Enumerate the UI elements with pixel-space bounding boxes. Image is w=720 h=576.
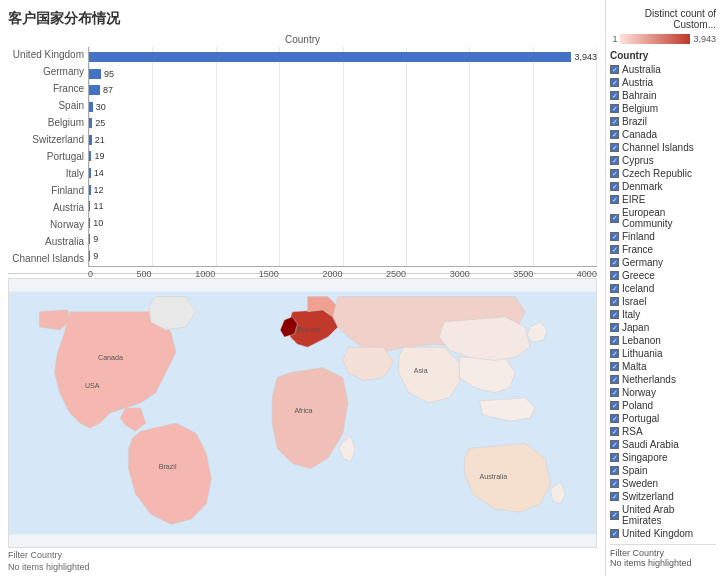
country-list-item[interactable]: Unspecified [610,540,716,542]
country-list-item[interactable]: Lebanon [610,334,716,347]
country-list-item[interactable]: EIRE [610,193,716,206]
country-list-item[interactable]: Austria [610,76,716,89]
country-checkbox[interactable] [610,169,619,178]
country-list-item[interactable]: Spain [610,464,716,477]
bar-row[interactable]: 9 [89,232,597,246]
bar-row[interactable]: 30 [89,100,597,114]
country-checkbox[interactable] [610,401,619,410]
country-label: Spain [622,465,648,476]
country-label: Italy [622,309,640,320]
y-label: Channel Islands [12,254,84,264]
country-label: Bahrain [622,90,656,101]
country-list-item[interactable]: Australia [610,63,716,76]
bar-row[interactable]: 21 [89,133,597,147]
country-list-item[interactable]: Czech Republic [610,167,716,180]
country-checkbox[interactable] [610,284,619,293]
bar-row[interactable]: 9 [89,249,597,263]
country-checkbox[interactable] [610,529,619,538]
country-checkbox[interactable] [610,362,619,371]
country-list-item[interactable]: Saudi Arabia [610,438,716,451]
country-checkbox[interactable] [610,440,619,449]
country-list-item[interactable]: United Kingdom [610,527,716,540]
country-list-item[interactable]: Poland [610,399,716,412]
country-label: Saudi Arabia [622,439,679,450]
bar-fill [89,218,90,228]
country-checkbox[interactable] [610,130,619,139]
country-list-item[interactable]: RSA [610,425,716,438]
country-checkbox[interactable] [610,453,619,462]
country-checkbox[interactable] [610,258,619,267]
country-list-item[interactable]: Cyprus [610,154,716,167]
country-checkbox[interactable] [610,65,619,74]
country-checkbox[interactable] [610,104,619,113]
country-list-item[interactable]: Denmark [610,180,716,193]
country-checkbox[interactable] [610,78,619,87]
country-checkbox[interactable] [610,323,619,332]
bar-row[interactable]: 25 [89,116,597,130]
country-checkbox[interactable] [610,143,619,152]
country-checkbox[interactable] [610,466,619,475]
country-checkbox[interactable] [610,245,619,254]
bar-row[interactable]: 87 [89,83,597,97]
country-checkbox[interactable] [610,479,619,488]
bar-row[interactable]: 10 [89,216,597,230]
country-list-item[interactable]: United Arab Emirates [610,503,716,527]
country-checkbox[interactable] [610,232,619,241]
country-checkbox[interactable] [610,388,619,397]
country-list-item[interactable]: Brazil [610,115,716,128]
country-checkbox[interactable] [610,336,619,345]
country-list-item[interactable]: Lithuania [610,347,716,360]
country-checkbox[interactable] [610,414,619,423]
bar-row[interactable]: 3,943 [89,50,597,64]
country-label: United Kingdom [622,528,693,539]
bar-row[interactable]: 14 [89,166,597,180]
country-list-item[interactable]: Malta [610,360,716,373]
bar-row[interactable]: 19 [89,149,597,163]
country-list-item[interactable]: Singapore [610,451,716,464]
country-list-item[interactable]: Greece [610,269,716,282]
country-checkbox[interactable] [610,182,619,191]
country-checkbox[interactable] [610,214,619,223]
country-list-item[interactable]: Norway [610,386,716,399]
bar-chart: Country United KingdomGermanyFranceSpain… [8,34,597,274]
country-list-item[interactable]: Finland [610,230,716,243]
world-map[interactable]: Canada USA Brazil Europe Africa Asia Aus… [8,278,597,548]
country-list-item[interactable]: Sweden [610,477,716,490]
country-list-item[interactable]: Italy [610,308,716,321]
country-checkbox[interactable] [610,271,619,280]
country-checkbox[interactable] [610,310,619,319]
country-list-item[interactable]: Channel Islands [610,141,716,154]
country-checkbox[interactable] [610,195,619,204]
svg-text:Europe: Europe [297,326,320,334]
sidebar-footer: Filter Country No items highlighted [610,544,716,568]
country-list-item[interactable]: Canada [610,128,716,141]
country-list-item[interactable]: Belgium [610,102,716,115]
country-label: Poland [622,400,653,411]
country-list-item[interactable]: Portugal [610,412,716,425]
bar-row[interactable]: 11 [89,199,597,213]
country-checkbox[interactable] [610,511,619,520]
country-list-item[interactable]: Switzerland [610,490,716,503]
country-list-item[interactable]: Iceland [610,282,716,295]
bar-fill [89,69,101,79]
country-checkbox[interactable] [610,117,619,126]
country-list-item[interactable]: European Community [610,206,716,230]
country-label: Lithuania [622,348,663,359]
country-checkbox[interactable] [610,156,619,165]
country-checkbox[interactable] [610,91,619,100]
country-list-item[interactable]: Bahrain [610,89,716,102]
country-list-item[interactable]: Japan [610,321,716,334]
country-checkbox[interactable] [610,349,619,358]
country-label: Czech Republic [622,168,692,179]
bar-row[interactable]: 95 [89,67,597,81]
country-list-item[interactable]: Netherlands [610,373,716,386]
bar-row[interactable]: 12 [89,183,597,197]
country-list-item[interactable]: Germany [610,256,716,269]
country-checkbox[interactable] [610,427,619,436]
country-checkbox[interactable] [610,375,619,384]
country-list-item[interactable]: Israel [610,295,716,308]
country-list-item[interactable]: France [610,243,716,256]
country-checkbox[interactable] [610,297,619,306]
country-checkbox[interactable] [610,492,619,501]
filter-label[interactable]: Filter Country [610,548,716,558]
